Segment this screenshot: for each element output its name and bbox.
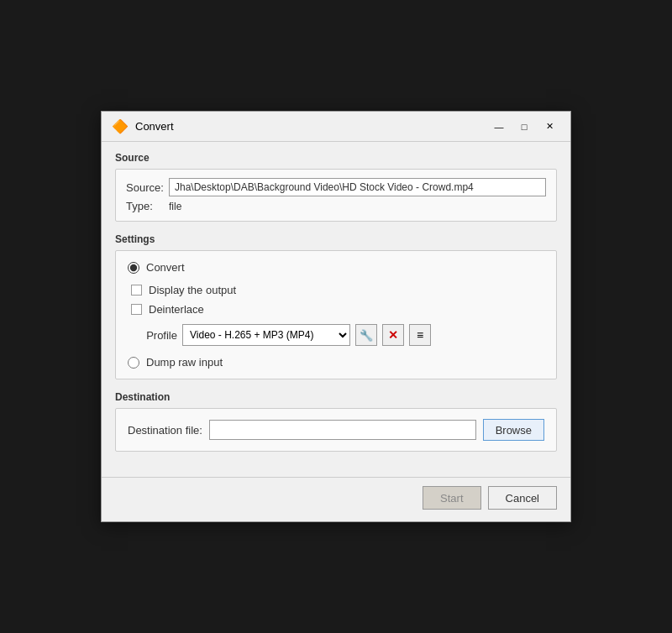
type-value: file <box>169 201 181 212</box>
profile-delete-button[interactable]: ✕ <box>382 324 404 346</box>
destination-box: Destination file: Browse <box>115 408 557 452</box>
source-section: Source Source: Type: file <box>115 152 557 222</box>
deinterlace-checkbox[interactable] <box>131 304 142 315</box>
browse-button[interactable]: Browse <box>483 419 544 441</box>
window-title: Convert <box>135 120 174 133</box>
footer: Start Cancel <box>102 477 570 521</box>
maximize-button[interactable]: □ <box>513 118 535 135</box>
convert-radio-row: Convert <box>128 261 544 274</box>
settings-section-label: Settings <box>115 233 557 245</box>
display-output-checkbox[interactable] <box>131 285 142 296</box>
destination-section: Destination Destination file: Browse <box>115 391 557 452</box>
main-window: 🔶 Convert — □ ✕ Source Source: Type: fil… <box>101 111 571 522</box>
title-bar: 🔶 Convert — □ ✕ <box>102 112 570 142</box>
window-controls: — □ ✕ <box>488 118 560 135</box>
dump-radio-row: Dump raw input <box>128 356 544 369</box>
source-key-label: Source: <box>126 181 164 194</box>
profile-settings-button[interactable]: 🔧 <box>355 324 377 346</box>
display-output-row: Display the output <box>128 284 544 296</box>
cancel-button[interactable]: Cancel <box>488 486 557 510</box>
source-file-input[interactable] <box>169 178 546 196</box>
content-area: Source Source: Type: file Settings Conve <box>102 142 570 477</box>
vlc-icon: 🔶 <box>112 118 129 135</box>
start-button[interactable]: Start <box>423 486 480 510</box>
display-output-label: Display the output <box>149 284 236 296</box>
convert-radio-label: Convert <box>146 261 185 274</box>
settings-box: Convert Display the output Deinterlace P… <box>115 250 557 379</box>
title-bar-left: 🔶 Convert <box>112 118 174 135</box>
convert-radio[interactable] <box>128 262 139 274</box>
type-key-label: Type: <box>126 200 164 212</box>
deinterlace-row: Deinterlace <box>128 303 544 316</box>
profile-select[interactable]: Video - H.265 + MP3 (MP4) Video - H.264 … <box>182 324 350 346</box>
source-type-row: Type: file <box>126 200 546 212</box>
source-section-label: Source <box>115 152 557 164</box>
deinterlace-label: Deinterlace <box>149 303 204 316</box>
destination-file-input[interactable] <box>209 420 476 440</box>
profile-label: Profile <box>131 329 177 342</box>
source-box: Source: Type: file <box>115 169 557 222</box>
profile-row: Profile Video - H.265 + MP3 (MP4) Video … <box>128 324 544 346</box>
profile-list-button[interactable]: ≡ <box>409 324 431 346</box>
dest-file-label: Destination file: <box>128 424 202 437</box>
destination-section-label: Destination <box>115 391 557 403</box>
close-button[interactable]: ✕ <box>538 118 560 135</box>
dump-radio[interactable] <box>128 357 139 369</box>
source-file-row: Source: <box>126 178 546 196</box>
destination-file-row: Destination file: Browse <box>128 419 544 441</box>
settings-section: Settings Convert Display the output Dein… <box>115 233 557 379</box>
minimize-button[interactable]: — <box>488 118 510 135</box>
dump-radio-label: Dump raw input <box>146 356 223 369</box>
